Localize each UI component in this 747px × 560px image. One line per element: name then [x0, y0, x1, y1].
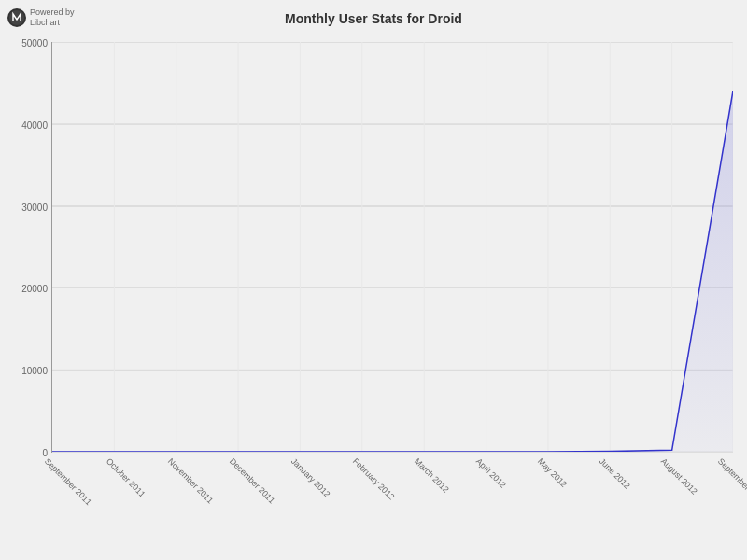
chart-plot-area: 50000 40000 30000 20000 10000 0: [51, 42, 733, 453]
y-label-20000: 20000: [21, 284, 48, 294]
chart-svg: [52, 42, 733, 452]
y-label-0: 0: [42, 448, 48, 458]
x-label-aug2012: August 2012: [659, 456, 699, 497]
y-label-40000: 40000: [21, 119, 48, 130]
chart-title: Monthly User Stats for Droid: [0, 11, 747, 26]
y-label-50000: 50000: [21, 38, 48, 49]
x-label-dec2011: December 2011: [228, 456, 276, 505]
x-label-jan2012: January 2012: [289, 456, 332, 499]
x-label-feb2012: February 2012: [351, 456, 396, 501]
grid-line-0: 0: [52, 452, 733, 453]
x-label-oct2011: October 2011: [105, 456, 148, 499]
y-label-10000: 10000: [21, 366, 48, 376]
chart-fill-area: [52, 91, 733, 452]
x-axis-labels: September 2011 October 2011 November 201…: [52, 456, 733, 550]
x-label-sep2012: September 2012: [716, 456, 747, 507]
x-label-mar2012: March 2012: [413, 456, 451, 495]
x-label-jun2012: June 2012: [598, 456, 632, 491]
x-label-nov2011: November 2011: [166, 456, 215, 505]
y-label-30000: 30000: [21, 202, 48, 212]
x-label-sep2011: September 2011: [43, 456, 93, 507]
chart-container: Powered by Libchart Monthly User Stats f…: [0, 0, 747, 560]
chart-line: [52, 91, 733, 452]
x-label-may2012: May 2012: [536, 456, 569, 489]
x-label-apr2012: April 2012: [474, 456, 508, 490]
